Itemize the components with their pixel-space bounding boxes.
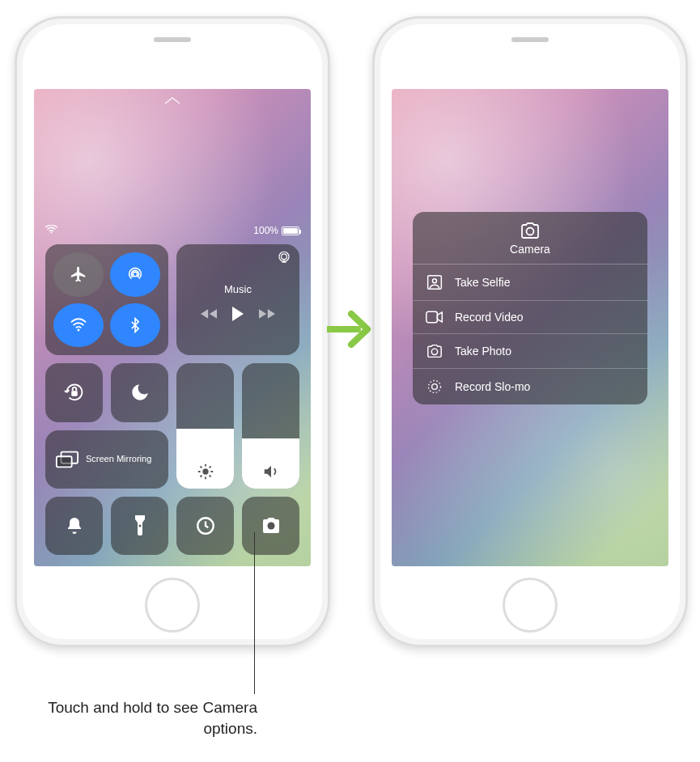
camera-quick-actions-menu: Camera Take Selfie Record Video <box>413 212 647 404</box>
screen-mirroring-label: Screen Mirroring <box>86 454 151 464</box>
timer-icon <box>195 515 216 536</box>
airdrop-button[interactable] <box>110 252 160 297</box>
airplay-icon[interactable] <box>277 251 291 264</box>
callout-text: Touch and hold to see Camera options. <box>39 697 257 739</box>
camera-icon <box>261 517 282 535</box>
camera-action-label: Record Video <box>455 311 524 324</box>
battery-status: 100% <box>253 225 299 236</box>
svg-point-12 <box>527 228 534 235</box>
control-center-grid: Music <box>45 244 299 555</box>
wifi-status-icon <box>45 225 57 236</box>
screen-right: Camera Take Selfie Record Video <box>392 89 668 566</box>
svg-point-17 <box>432 384 438 390</box>
slomo-icon <box>426 379 443 395</box>
rewind-button[interactable] <box>201 308 217 320</box>
flashlight-button[interactable] <box>111 497 168 555</box>
svg-point-4 <box>282 254 287 260</box>
selfie-icon <box>426 274 443 290</box>
wifi-icon <box>70 316 87 334</box>
svg-point-14 <box>433 279 437 283</box>
airdrop-icon <box>126 265 144 283</box>
svg-rect-5 <box>71 392 78 397</box>
svg-rect-8 <box>57 456 72 467</box>
device-left: 100% <box>15 16 330 647</box>
music-controls <box>201 307 275 321</box>
chevron-up-icon <box>164 94 180 107</box>
moon-icon <box>129 382 151 403</box>
screen-mirroring-icon <box>55 450 79 469</box>
brightness-icon <box>197 463 214 480</box>
fast-forward-button[interactable] <box>259 308 275 320</box>
volume-slider[interactable] <box>242 363 299 489</box>
airplane-icon <box>70 265 87 283</box>
screen-left: 100% <box>34 89 311 566</box>
svg-point-0 <box>51 232 53 234</box>
camera-icon <box>519 222 541 239</box>
music-platter[interactable]: Music <box>176 244 299 355</box>
photo-icon <box>426 344 443 358</box>
camera-action-label: Record Slo-mo <box>455 380 530 393</box>
home-button[interactable] <box>145 578 200 633</box>
battery-icon <box>282 226 299 235</box>
figure: 100% <box>0 0 700 762</box>
svg-point-1 <box>133 273 138 277</box>
svg-point-18 <box>429 381 441 393</box>
flashlight-icon <box>134 515 146 536</box>
device-right: Camera Take Selfie Record Video <box>372 16 688 647</box>
camera-action-label: Take Selfie <box>455 276 510 289</box>
transition-arrow-icon <box>327 307 372 354</box>
ring-silent-button[interactable] <box>45 497 103 555</box>
camera-menu-header: Camera <box>413 212 647 265</box>
volume-icon <box>262 463 280 480</box>
earpiece <box>154 37 191 42</box>
camera-action-video[interactable]: Record Video <box>413 301 647 334</box>
svg-point-16 <box>431 349 437 354</box>
do-not-disturb-button[interactable] <box>111 363 168 421</box>
brightness-slider[interactable] <box>176 363 234 489</box>
camera-button[interactable] <box>242 497 299 555</box>
music-title: Music <box>224 283 252 295</box>
timer-button[interactable] <box>176 497 234 555</box>
bell-icon <box>65 516 84 536</box>
camera-action-slomo[interactable]: Record Slo-mo <box>413 369 647 404</box>
play-button[interactable] <box>231 307 244 321</box>
camera-menu-title: Camera <box>510 243 550 256</box>
earpiece <box>511 37 549 42</box>
svg-point-9 <box>138 524 141 527</box>
battery-percent-text: 100% <box>253 225 278 236</box>
bluetooth-button[interactable] <box>110 303 160 348</box>
svg-point-11 <box>267 522 274 529</box>
connectivity-platter[interactable] <box>45 244 168 355</box>
camera-action-selfie[interactable]: Take Selfie <box>413 265 647 301</box>
video-icon <box>426 311 443 324</box>
orientation-lock-button[interactable] <box>45 363 103 421</box>
bluetooth-icon <box>127 317 143 333</box>
camera-action-photo[interactable]: Take Photo <box>413 334 647 369</box>
wifi-button[interactable] <box>53 303 104 348</box>
callout-leader-line <box>254 532 255 694</box>
status-bar: 100% <box>45 225 299 236</box>
home-button[interactable] <box>503 578 558 633</box>
svg-rect-15 <box>426 311 438 323</box>
airplane-mode-button[interactable] <box>53 252 104 297</box>
camera-action-label: Take Photo <box>455 345 511 358</box>
orientation-lock-icon <box>62 380 87 404</box>
svg-point-6 <box>202 468 208 474</box>
svg-point-2 <box>78 328 80 331</box>
screen-mirroring-button[interactable]: Screen Mirroring <box>45 430 168 489</box>
